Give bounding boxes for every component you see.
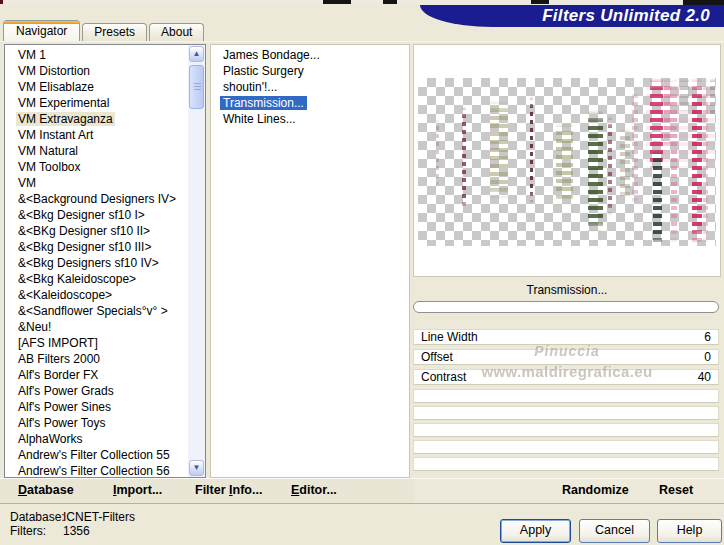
scrollbar-thumb[interactable]: [189, 65, 204, 109]
preview-streak: [710, 78, 715, 118]
preview-streak: [692, 78, 702, 246]
toolbar-import[interactable]: Import...: [113, 483, 162, 497]
preview-streak: [556, 123, 573, 205]
status-area: Database:ICNET-Filters Filters:1356: [10, 510, 135, 538]
preview-streak: [632, 86, 638, 208]
category-list-rows: VM 1VM DistortionVM ElisablazeVM Experim…: [5, 47, 187, 476]
category-item[interactable]: &Neu!: [5, 319, 187, 335]
category-item[interactable]: Alf's Power Toys: [5, 415, 187, 431]
category-item[interactable]: &<Background Designers IV>: [5, 191, 187, 207]
help-button[interactable]: Help: [657, 519, 722, 543]
window-remnant-mark: [323, 0, 351, 4]
category-item[interactable]: [AFS IMPORT]: [5, 335, 187, 351]
status-database: Database:ICNET-Filters: [10, 510, 135, 524]
slider-label: Line Width: [421, 330, 478, 344]
category-item[interactable]: &<Bkg Kaleidoscope>: [5, 271, 187, 287]
category-item[interactable]: Alf's Power Grads: [5, 383, 187, 399]
category-item[interactable]: VM Toolbox: [5, 159, 187, 175]
tab-bar: NavigatorPresetsAbout: [3, 20, 206, 41]
app-banner: Filters Unlimited 2.0: [420, 5, 724, 27]
category-item[interactable]: &<Bkg Designer sf10 I>: [5, 207, 187, 223]
category-item[interactable]: VM Experimental: [5, 95, 187, 111]
preview-streak: [490, 100, 508, 200]
slider-row-empty: [413, 423, 719, 437]
preview-streak: [680, 78, 689, 112]
slider-row-empty: [413, 389, 719, 403]
slider-value: 6: [704, 330, 711, 344]
tab-about[interactable]: About: [149, 23, 204, 41]
category-item[interactable]: VM 1: [5, 47, 187, 63]
tab-presets[interactable]: Presets: [82, 23, 147, 41]
preview-panel: Transmission... Line Width6Offset0Contra…: [413, 44, 721, 478]
slider-offset[interactable]: Offset0: [413, 349, 719, 365]
category-item[interactable]: Alf's Power Sines: [5, 399, 187, 415]
category-item[interactable]: AB Filters 2000: [5, 351, 187, 367]
cancel-button[interactable]: Cancel: [579, 519, 650, 543]
category-scrollbar[interactable]: ▲ ▼: [188, 45, 205, 477]
slider-value: 40: [698, 370, 711, 384]
preview-streak: [608, 116, 612, 216]
progress-bar: [413, 301, 719, 313]
scroll-down-icon[interactable]: ▼: [189, 460, 204, 476]
category-item[interactable]: &<Kaleidoscope>: [5, 287, 187, 303]
toolbar-editor[interactable]: Editor...: [291, 483, 337, 497]
slider-label: Offset: [421, 350, 453, 364]
category-item[interactable]: VM: [5, 175, 187, 191]
category-item[interactable]: Andrew's Filter Collection 55: [5, 447, 187, 463]
preview-streak: [664, 78, 671, 148]
category-item[interactable]: AlphaWorks: [5, 431, 187, 447]
status-filters: Filters:1356: [10, 524, 135, 538]
window-remnant-mark: [0, 0, 3, 4]
category-item[interactable]: VM Instant Art: [5, 127, 187, 143]
preview-streak: [588, 110, 603, 232]
preview-filter-name: Transmission...: [413, 283, 721, 297]
slider-row-empty: [413, 457, 719, 471]
slider-row-empty: [413, 406, 719, 420]
filter-item[interactable]: Transmission...: [211, 95, 407, 111]
preview-streak: [436, 118, 439, 188]
slider-rows: Line Width6Offset0Contrast40: [413, 329, 719, 474]
preview-image: [418, 78, 716, 246]
tab-navigator[interactable]: Navigator: [3, 20, 80, 41]
category-item[interactable]: VM Elisablaze: [5, 79, 187, 95]
toolbar-randomize[interactable]: Randomize: [562, 483, 629, 497]
window-remnant-mark: [383, 0, 397, 4]
slider-value: 0: [704, 350, 711, 364]
category-item[interactable]: VM Extravaganza: [5, 111, 187, 127]
toolbar: DatabaseImport...Filter Info...Editor...…: [0, 478, 724, 504]
preview-streak: [530, 96, 533, 204]
filter-list-rows: James Bondage...Plastic Surgeryshoutin'!…: [211, 47, 407, 476]
category-item[interactable]: Alf's Border FX: [5, 367, 187, 383]
slider-contrast[interactable]: Contrast40: [413, 369, 719, 385]
filter-item[interactable]: James Bondage...: [211, 47, 407, 63]
scroll-up-icon[interactable]: ▲: [189, 46, 204, 62]
filter-item[interactable]: shoutin'!...: [211, 79, 407, 95]
preview-streak: [653, 150, 662, 246]
category-item[interactable]: &<BKg Designer sf10 II>: [5, 223, 187, 239]
category-list: VM 1VM DistortionVM ElisablazeVM Experim…: [4, 44, 206, 478]
category-item[interactable]: &<Bkg Designers sf10 IV>: [5, 255, 187, 271]
slider-row-empty: [413, 440, 719, 454]
preview-streak: [671, 78, 677, 246]
preview-streak: [462, 106, 466, 210]
preview-streak: [620, 128, 630, 200]
filters-unlimited-dialog: Filters Unlimited 2.0 NavigatorPresetsAb…: [0, 0, 724, 545]
window-remnant-mark: [531, 0, 549, 4]
category-item[interactable]: VM Natural: [5, 143, 187, 159]
preview-streak: [703, 78, 708, 246]
category-item[interactable]: &<Bkg Designer sf10 III>: [5, 239, 187, 255]
slider-line-width[interactable]: Line Width6: [413, 329, 719, 345]
toolbar-database[interactable]: Database: [18, 483, 74, 497]
tab-page-edge: [0, 41, 724, 42]
app-title: Filters Unlimited 2.0: [420, 5, 724, 27]
category-item[interactable]: &<Sandflower Specials°v° >: [5, 303, 187, 319]
filter-item[interactable]: Plastic Surgery: [211, 63, 407, 79]
filter-item[interactable]: White Lines...: [211, 111, 407, 127]
preview-box: [413, 44, 721, 277]
apply-button[interactable]: Apply: [500, 519, 571, 543]
category-item[interactable]: VM Distortion: [5, 63, 187, 79]
toolbar-filter-info[interactable]: Filter Info...: [195, 483, 262, 497]
filter-list: James Bondage...Plastic Surgeryshoutin'!…: [210, 44, 410, 478]
toolbar-reset[interactable]: Reset: [659, 483, 693, 497]
category-item[interactable]: Andrew's Filter Collection 56: [5, 463, 187, 476]
